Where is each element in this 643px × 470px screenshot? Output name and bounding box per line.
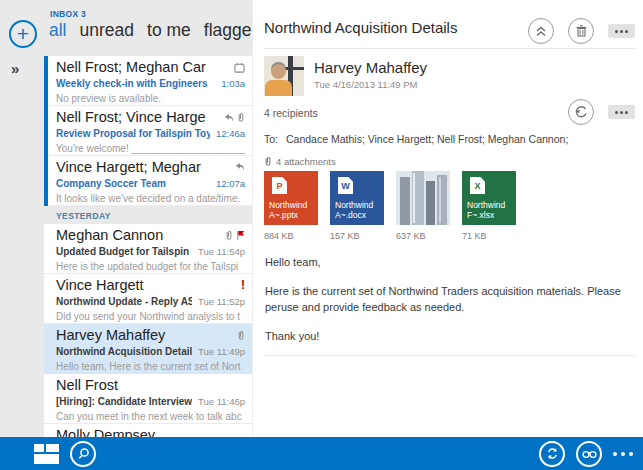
item-preview: You're welcome! _______________________	[56, 143, 245, 154]
item-preview: Hello team, Here is the current set of N…	[56, 361, 245, 372]
expand-folders-button[interactable]: »	[11, 60, 19, 77]
attachment-excel[interactable]: X NorthwindF~.xlsx	[462, 171, 516, 225]
paperclip-icon	[237, 112, 245, 123]
list-item[interactable]: Molly Dempsey	[44, 424, 252, 437]
item-sender: Meghan Cannon	[56, 227, 225, 243]
item-subject: Updated Budget for Tailspin Toys p	[56, 246, 192, 257]
item-preview: Can you meet in the next week to talk ab…	[56, 411, 245, 422]
new-mail-button[interactable]: +	[9, 20, 37, 48]
folders-icon[interactable]	[34, 444, 59, 464]
item-preview: No preview is available.	[56, 93, 245, 104]
sync-icon[interactable]	[539, 441, 565, 467]
paperclip-icon	[264, 156, 272, 167]
item-sender: Nell Frost; Vince Harge	[56, 109, 223, 125]
reply-icon	[234, 162, 245, 172]
list-item[interactable]: Vince Hargett ! Northwind Update - Reply…	[44, 274, 252, 324]
attachment-size: 637 KB	[396, 231, 450, 241]
respond-more-button[interactable]	[608, 105, 635, 119]
attachment-photo[interactable]	[396, 171, 450, 225]
excel-icon: X	[470, 177, 485, 194]
list-item-selected[interactable]: Harvey Mahaffey Northwind Acquisition De…	[44, 324, 252, 374]
item-sender: Vince Hargett	[56, 277, 241, 293]
body-closing: Thank you!	[265, 329, 643, 344]
item-time: Tue 11:54p	[198, 246, 245, 257]
attachment-size: 884 KB	[264, 231, 318, 241]
list-item[interactable]: Vince Hargett; Meghar Company Soccer Tea…	[44, 156, 252, 206]
item-sender: Molly Dempsey	[56, 427, 245, 437]
message-list: Nell Frost; Meghan Car Weekly check-in w…	[44, 56, 252, 437]
message-body: Hello team, Here is the current set of N…	[265, 255, 643, 359]
attachment-size: 71 KB	[462, 231, 516, 241]
item-preview: Did you send your Northwind analysis to …	[56, 311, 245, 322]
tab-all[interactable]: all	[49, 20, 67, 41]
list-item[interactable]: Nell Frost; Vince Harge Review Proposal …	[44, 106, 252, 156]
item-time: Tue 11:46p	[198, 396, 245, 407]
sender-avatar	[264, 56, 304, 96]
reply-icon	[223, 113, 234, 123]
photo-thumbnail	[396, 171, 450, 225]
tab-to-me[interactable]: to me	[147, 20, 191, 41]
list-item[interactable]: Meghan Cannon Updated Budget for Tailspi…	[44, 224, 252, 274]
message-list-pane: + » INBOX 3 all unread to me flagged Nel…	[0, 0, 252, 437]
delete-button[interactable]	[568, 18, 594, 44]
item-sender: Harvey Mahaffey	[56, 327, 237, 343]
respond-button[interactable]	[568, 99, 594, 125]
appbar-more-icon[interactable]	[613, 452, 633, 456]
item-subject: Northwind Update - Reply ASAP	[56, 296, 192, 307]
tab-unread[interactable]: unread	[80, 20, 135, 41]
collapse-button[interactable]	[528, 18, 554, 44]
item-subject: Weekly check-in with Engineers	[56, 78, 215, 89]
item-time: Tue 11:52p	[198, 296, 245, 307]
calendar-icon	[234, 62, 245, 73]
recipients-summary[interactable]: 4 recipients	[264, 107, 318, 119]
item-subject: Northwind Acquisition Details	[56, 346, 192, 357]
inbox-label[interactable]: INBOX 3	[50, 9, 86, 19]
attachment-powerpoint[interactable]: P NorthwindA~.pptx	[264, 171, 318, 225]
paperclip-icon	[225, 230, 233, 241]
attachments-summary[interactable]: 4 attachments	[264, 156, 336, 167]
item-time: Tue 11:49p	[198, 346, 245, 357]
yesterday-section-header: YESTERDAY	[44, 206, 252, 224]
item-subject: Review Proposal for Tailspin Toys	[56, 128, 210, 139]
item-time: 1:03a	[221, 78, 245, 89]
item-time: 12:46a	[216, 128, 245, 139]
item-sender: Vince Hargett; Meghar	[56, 159, 234, 175]
mail-app-window: + » INBOX 3 all unread to me flagged Nel…	[0, 0, 643, 470]
list-item[interactable]: Nell Frost [Hiring]: Candidate Interview…	[44, 374, 252, 424]
paperclip-icon	[237, 330, 245, 341]
item-time: 12:07a	[216, 178, 245, 189]
item-sender: Nell Frost	[56, 377, 245, 393]
filter-tabs: all unread to me flagged	[49, 20, 252, 41]
item-preview: It looks like we've decided on a date/ti…	[56, 193, 245, 204]
item-preview: Here is the updated budget for the Tails…	[56, 261, 245, 272]
glasses-icon[interactable]	[576, 441, 602, 467]
to-label: To:	[264, 133, 278, 145]
sent-datetime: Tue 4/16/2013 11:49 PM	[314, 79, 427, 90]
app-bar	[0, 437, 643, 470]
body-divider	[264, 355, 635, 356]
reading-pane: Northwind Acquisition Details Harvey Mah…	[252, 0, 643, 437]
body-paragraph: Here is the current set of Northwind Tra…	[265, 284, 643, 315]
to-recipients: Candace Mathis; Vince Hargett; Nell Fros…	[286, 133, 568, 145]
tab-flagged[interactable]: flagged	[204, 20, 252, 41]
sender-name: Harvey Mahaffey	[314, 56, 427, 76]
to-line: To:Candace Mathis; Vince Hargett; Nell F…	[264, 133, 594, 145]
attachment-strip: P NorthwindA~.pptx 884 KB W NorthwindA~.…	[264, 171, 516, 241]
header-divider	[264, 48, 635, 49]
body-greeting: Hello team,	[265, 255, 643, 270]
list-item[interactable]: Nell Frost; Meghan Car Weekly check-in w…	[44, 56, 252, 106]
more-options-button[interactable]	[608, 24, 635, 38]
message-title: Northwind Acquisition Details	[264, 19, 524, 36]
flag-icon	[236, 230, 245, 241]
item-sender: Nell Frost; Meghan Car	[56, 59, 234, 75]
important-icon: !	[241, 280, 245, 290]
item-subject: Company Soccer Team	[56, 178, 210, 189]
attachment-word[interactable]: W NorthwindA~.docx	[330, 171, 384, 225]
powerpoint-icon: P	[272, 177, 287, 194]
word-icon: W	[338, 177, 353, 194]
left-rail: + »	[0, 0, 44, 437]
item-subject: [Hiring]: Candidate Interview	[56, 396, 192, 407]
attachment-size: 157 KB	[330, 231, 384, 241]
search-icon[interactable]	[70, 441, 96, 467]
